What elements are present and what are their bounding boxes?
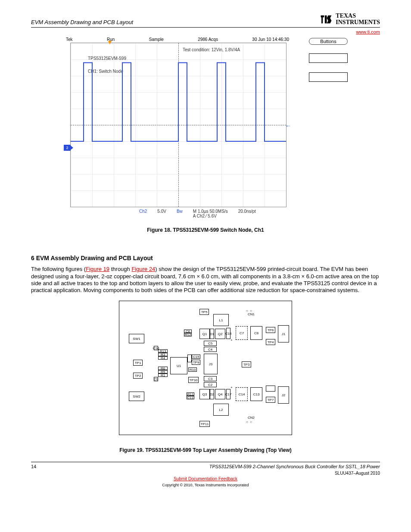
J1: J1: [278, 325, 289, 342]
scope-figure: Tek Run Sample 2986 Acqs 30 Jun 10 14:46…: [63, 37, 292, 218]
TP8-hidden: [266, 386, 275, 392]
R12: R12: [184, 333, 192, 336]
Q3: Q3: [199, 389, 210, 399]
pcb-layout-figure: SW1 SW2 TP1 TP2 R13 R3 R4 C10 R6 R5 R1 C…: [119, 301, 292, 435]
J3: J3: [204, 354, 218, 374]
C11: C11: [187, 396, 194, 399]
scope-a: A Ch2 ⁄ 5.6V: [193, 214, 217, 218]
C2: C2: [204, 382, 217, 387]
scope-datetime: 30 Jun 10 14:46:30: [252, 37, 289, 42]
scope-ch2-lbl: Ch2: [139, 209, 147, 218]
page-number: 14: [31, 464, 36, 469]
section-6-paragraph: The following figures (Figure 19 through…: [31, 266, 380, 294]
C5: C5: [204, 341, 217, 346]
url-link[interactable]: www.ti.com: [356, 29, 380, 34]
TP1: TP1: [133, 360, 143, 366]
Q1: Q1: [199, 329, 210, 339]
C18: C18: [226, 328, 230, 339]
SW1: SW1: [129, 334, 144, 343]
R10: R10: [188, 367, 197, 372]
header-section-title: EVM Assembly Drawing and PCB Layout: [31, 19, 133, 25]
figure-24-link[interactable]: Figure 24: [131, 266, 155, 272]
J2: J2: [278, 386, 289, 404]
scope-side-box-2: [309, 72, 348, 82]
C16: [187, 355, 192, 362]
D2: D2: [210, 389, 214, 399]
C4: C4: [204, 347, 217, 352]
ti-logo-text-bottom: INSTRUMENTS: [336, 19, 380, 26]
TP11: TP11: [199, 421, 210, 427]
C17: C17: [226, 389, 230, 399]
CN2: CN2: [248, 416, 255, 420]
R1: R1: [158, 373, 168, 377]
header-rule: [31, 27, 380, 28]
scope-grid: ▼ TPS53125EVM-599 CH1: Switch Node Test …: [70, 43, 286, 207]
C14: C14: [236, 387, 248, 401]
C9: C9: [154, 377, 158, 381]
Q2: Q2: [215, 329, 225, 339]
scope-tek: Tek: [66, 37, 73, 42]
scope-bw: Bw: [177, 209, 183, 218]
C8: C8: [250, 326, 262, 340]
scope-ns: 20.0ns/pt: [238, 209, 256, 218]
ch2-indicator-icon: 2: [64, 145, 71, 151]
TP5: TP5: [199, 309, 209, 315]
TP2: TP2: [133, 373, 143, 379]
figure-18-caption: Figure 18. TPS53125EVM-599 Switch Node, …: [31, 227, 380, 233]
TP6: TP6: [266, 327, 275, 333]
C3: C3: [204, 376, 217, 381]
C15: C15: [192, 355, 200, 359]
scope-m: M 1.0µs 50.0MS/s: [193, 209, 228, 214]
TP3: TP3: [242, 361, 251, 367]
footer-rule: [31, 462, 380, 462]
C7: C7: [236, 326, 248, 340]
TP9: TP9: [192, 360, 200, 365]
R4: R4: [158, 356, 168, 360]
scope-vdiv: 5.0V: [157, 209, 166, 218]
ti-logo-icon: [319, 13, 333, 25]
TP4: TP4: [266, 339, 275, 345]
scope-buttons-label: Buttons: [309, 38, 348, 45]
Q4: Q4: [215, 389, 225, 399]
L1: L1: [213, 314, 229, 326]
figure-19-caption: Figure 19. TPS53125EVM-599 Top Layer Ass…: [31, 447, 380, 453]
ti-logo-text-top: TEXAS: [336, 13, 380, 19]
footer-doc-title: TPS53125EVM-599 2-Channel Synchronous Bu…: [209, 464, 380, 469]
CN1: CN1: [248, 312, 255, 316]
feedback-link[interactable]: Submit Documentation Feedback: [31, 476, 380, 481]
figure-19-link[interactable]: Figure 19: [86, 266, 109, 272]
trigger-level-arrow-icon: ←: [285, 122, 291, 129]
TP7: TP7: [266, 397, 275, 403]
TP10: TP10: [188, 377, 199, 383]
U1: U1: [170, 357, 187, 374]
footer-copyright: Copyright © 2010, Texas Instruments Inco…: [31, 483, 380, 487]
scope-acqs: 2986 Acqs: [198, 37, 218, 42]
footer-docnum: SLUU437–August 2010: [335, 471, 380, 476]
C13: C13: [250, 387, 262, 401]
scope-sample: Sample: [149, 37, 164, 42]
scope-side-box-1: [309, 53, 348, 63]
C10: C10: [154, 346, 158, 350]
section-6-title: 6 EVM Assembly Drawing and PCB Layout: [31, 255, 380, 261]
D1: D1: [210, 329, 214, 339]
SW2: SW2: [129, 392, 144, 401]
L2: L2: [213, 404, 229, 416]
ti-logo: TEXAS INSTRUMENTS: [319, 13, 380, 25]
